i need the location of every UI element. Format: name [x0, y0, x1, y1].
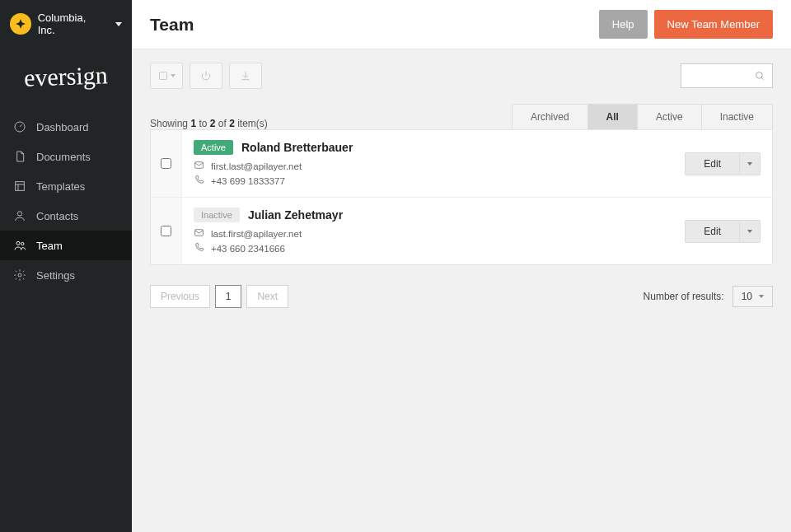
sidebar-item-settings[interactable]: Settings: [0, 260, 132, 290]
results-mid1: to: [196, 118, 210, 129]
edit-dropdown[interactable]: [740, 152, 761, 175]
chevron-down-icon: [747, 162, 752, 166]
tab-archived[interactable]: Archived: [512, 104, 588, 129]
member-name: Roland Bretterbauer: [241, 141, 353, 154]
sidebar-item-label: Contacts: [36, 210, 78, 222]
sidebar-item-templates[interactable]: Templates: [0, 171, 132, 201]
svg-point-4: [17, 212, 21, 216]
page-size-value: 10: [742, 291, 752, 302]
search-input-wrapper[interactable]: [681, 63, 773, 88]
sidebar-item-dashboard[interactable]: Dashboard: [0, 112, 132, 142]
compass-icon: [10, 13, 31, 35]
team-row: ActiveRoland Bretterbauerfirst.last@apil…: [151, 130, 772, 197]
results-mid2: of: [215, 118, 229, 129]
sidebar-item-team[interactable]: Team: [0, 231, 132, 260]
member-phone: +43 699 1833377: [211, 176, 285, 186]
pager-next[interactable]: Next: [246, 285, 288, 308]
member-email: last.first@apilayer.net: [211, 229, 302, 239]
sidebar-item-label: Settings: [36, 269, 75, 282]
chevron-down-icon: [115, 22, 122, 26]
select-all-dropdown[interactable]: [150, 63, 183, 89]
member-name: Julian Zehetmayr: [248, 208, 343, 222]
svg-line-10: [761, 77, 764, 80]
help-button[interactable]: Help: [599, 10, 648, 39]
svg-point-9: [756, 72, 763, 78]
svg-rect-12: [195, 230, 204, 236]
row-checkbox-cell: [151, 198, 182, 264]
brand-logo: eversign: [0, 48, 132, 112]
svg-point-5: [16, 241, 20, 245]
row-checkbox[interactable]: [161, 158, 171, 169]
sidebar-item-contacts[interactable]: Contacts: [0, 201, 132, 231]
edit-button[interactable]: Edit: [685, 220, 740, 243]
team-icon: [13, 239, 26, 252]
contacts-icon: [13, 209, 26, 222]
team-list: ActiveRoland Bretterbauerfirst.last@apil…: [150, 129, 773, 265]
pager-page-1[interactable]: 1: [215, 285, 242, 308]
page-header: Team Help New Team Member: [132, 0, 791, 49]
chevron-down-icon: [747, 230, 752, 233]
gauge-icon: [13, 120, 26, 133]
sidebar-item-label: Team: [36, 240, 63, 252]
member-email: first.last@apilayer.net: [211, 161, 302, 171]
sidebar-nav: DashboardDocumentsTemplatesContactsTeamS…: [0, 112, 132, 290]
page-title: Team: [150, 15, 194, 35]
row-checkbox[interactable]: [161, 226, 171, 236]
svg-rect-1: [16, 182, 25, 191]
sidebar-item-label: Documents: [36, 151, 91, 163]
tab-inactive[interactable]: Inactive: [701, 104, 773, 129]
power-button[interactable]: [190, 63, 222, 89]
phone-icon: [194, 242, 204, 254]
results-count-label: Number of results:: [644, 291, 724, 302]
member-phone: +43 660 2341666: [211, 244, 285, 254]
tab-active[interactable]: Active: [637, 104, 702, 129]
edit-dropdown[interactable]: [740, 220, 761, 243]
document-icon: [13, 150, 26, 163]
sidebar-item-label: Dashboard: [36, 121, 89, 133]
brand-text: eversign: [24, 61, 109, 92]
row-checkbox-cell: [151, 130, 182, 197]
pager-previous[interactable]: Previous: [150, 285, 210, 308]
filter-tabs: ArchivedAllActiveInactive: [513, 104, 773, 129]
results-suffix: item(s): [235, 118, 268, 129]
new-team-member-button[interactable]: New Team Member: [654, 10, 773, 39]
edit-button[interactable]: Edit: [685, 152, 740, 175]
sidebar: Columbia, Inc. eversign DashboardDocumen…: [0, 0, 132, 532]
status-badge: Active: [194, 140, 233, 155]
search-icon: [755, 71, 765, 82]
team-row: InactiveJulian Zehetmayrlast.first@apila…: [151, 197, 772, 264]
mail-icon: [194, 227, 204, 240]
sidebar-item-label: Templates: [36, 180, 85, 193]
org-switcher[interactable]: Columbia, Inc.: [0, 0, 132, 48]
tab-all[interactable]: All: [587, 104, 638, 129]
svg-rect-8: [159, 72, 166, 80]
results-summary: Showing 1 to 2 of 2 item(s): [150, 118, 268, 129]
mail-icon: [194, 160, 204, 172]
phone-icon: [194, 175, 204, 187]
status-badge: Inactive: [194, 208, 240, 222]
org-name: Columbia, Inc.: [38, 12, 105, 36]
search-input[interactable]: [688, 70, 755, 82]
page-size-select[interactable]: 10: [732, 286, 773, 307]
sidebar-item-documents[interactable]: Documents: [0, 142, 132, 171]
pagination: Previous 1 Next: [150, 285, 288, 308]
results-total: 2: [229, 118, 235, 129]
svg-point-6: [21, 242, 24, 245]
download-button[interactable]: [229, 63, 262, 89]
chevron-down-icon: [759, 295, 764, 298]
svg-rect-11: [195, 162, 204, 169]
results-prefix: Showing: [150, 118, 190, 129]
gear-icon: [13, 268, 26, 282]
svg-point-7: [18, 273, 21, 277]
template-icon: [13, 180, 26, 193]
main: Team Help New Team Member: [132, 0, 791, 532]
chevron-down-icon: [171, 74, 176, 77]
